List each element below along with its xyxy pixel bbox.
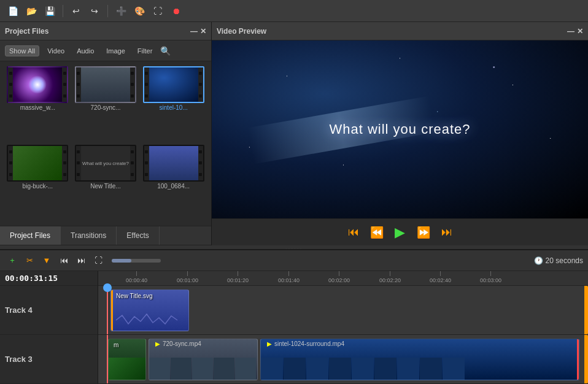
add-track-button[interactable]: + xyxy=(5,253,20,268)
timeline-ruler: 00:00:40 00:01:00 00:01:20 00:01:40 00:0… xyxy=(98,271,588,286)
timeline-section: + ✂ ▼ ⏮ ⏭ ⛶ 🕐 20 seconds 00:00:31:15 Tra… xyxy=(0,249,588,384)
timeline-duration: 🕐 20 seconds xyxy=(534,256,583,265)
ruler-mark-2min40: 00:02:40 xyxy=(430,271,451,283)
filter-image[interactable]: Image xyxy=(102,45,130,56)
track-3-row: m ▶ 720-sync.mp4 xyxy=(98,335,588,384)
marker-button[interactable]: ▼ xyxy=(39,253,54,268)
undo-button[interactable]: ↩ xyxy=(68,3,84,19)
zoom-bar[interactable] xyxy=(112,259,161,263)
ruler-mark-1min: 00:01:00 xyxy=(177,271,198,283)
preview-title: Video Preview xyxy=(217,27,266,36)
waveform-svg xyxy=(116,313,184,328)
jump-start-button[interactable]: ⏮ xyxy=(56,253,71,268)
redo-button[interactable]: ↪ xyxy=(87,3,103,19)
clip-title-label: New Title.svg xyxy=(114,291,186,301)
thumb-label-bigbuck: big-buck-... xyxy=(23,183,53,190)
filter-filter[interactable]: Filter xyxy=(133,45,157,56)
fullscreen-button[interactable]: ⛶ xyxy=(150,3,166,19)
playhead-track3 xyxy=(107,335,108,383)
toolbar-sep-2 xyxy=(107,5,108,17)
thumb-720[interactable]: 720-sync... xyxy=(73,66,139,142)
timeline-tracks-area: 00:00:40 00:01:00 00:01:20 00:01:40 00:0… xyxy=(98,271,588,384)
preview-minimize-icon[interactable]: — xyxy=(567,27,574,36)
rewind-button[interactable]: ⏪ xyxy=(368,223,386,242)
snap-button[interactable]: ⛶ xyxy=(91,253,106,268)
clip-sintel[interactable]: ▶ sintel-1024-surround.mp4 xyxy=(260,339,579,380)
thumb-img-bigbuck xyxy=(7,145,68,182)
thumb-img-100 xyxy=(143,145,204,182)
record-button[interactable]: ⏺ xyxy=(168,3,184,19)
filter-search-icon[interactable]: 🔍 xyxy=(160,46,171,56)
preview-text: What will you create? xyxy=(329,121,470,137)
clip-start-marker xyxy=(111,290,113,331)
tab-project-files[interactable]: Project Files xyxy=(0,226,61,245)
video-preview: What will you create? xyxy=(212,40,588,218)
clip-bigbuck[interactable]: m xyxy=(108,339,146,380)
thumb-label-sintel: sintel-10... xyxy=(160,104,188,111)
ruler-mark-1min20: 00:01:20 xyxy=(227,271,249,283)
thumb-img-720 xyxy=(75,66,136,103)
theme-button[interactable]: 🎨 xyxy=(131,3,147,19)
ruler-mark-3min: 00:03:00 xyxy=(480,271,501,283)
import-button[interactable]: ➕ xyxy=(113,3,129,19)
project-files-title: Project Files xyxy=(5,27,48,36)
toolbar-sep-1 xyxy=(63,5,63,17)
playhead-head xyxy=(103,283,112,292)
timecode: 00:00:31:15 xyxy=(0,271,98,285)
thumb-label-massive: massive_w... xyxy=(20,104,55,111)
thumb-img-massive xyxy=(7,66,68,103)
ruler-mark-40s: 00:00:40 xyxy=(126,271,147,283)
thumb-newtitle[interactable]: What will you create? New Title... xyxy=(73,145,139,221)
clock-icon: 🕐 xyxy=(534,256,543,265)
minimize-icon[interactable]: — xyxy=(190,27,198,36)
new-button[interactable]: 📄 xyxy=(5,3,21,19)
project-files-header: Project Files — ✕ xyxy=(0,22,211,40)
main-toolbar: 📄 📂 💾 ↩ ↪ ➕ 🎨 ⛶ ⏺ xyxy=(0,0,588,22)
jump-to-start-button[interactable]: ⏮ xyxy=(344,223,363,242)
razor-button[interactable]: ✂ xyxy=(22,253,37,268)
jump-to-end-button[interactable]: ⏭ xyxy=(438,223,456,242)
filter-audio[interactable]: Audio xyxy=(72,45,98,56)
play-button[interactable]: ▶ xyxy=(391,223,409,242)
left-panel: Project Files — ✕ Show All Video Audio I… xyxy=(0,22,212,245)
thumb-massive[interactable]: massive_w... xyxy=(5,66,71,142)
clip-new-title[interactable]: New Title.svg xyxy=(110,290,189,331)
thumbnails-grid: massive_w... 720-sync... sintel-10... xyxy=(0,61,211,226)
thumb-img-sintel xyxy=(143,66,204,103)
clip-sintel-label: sintel-1024-surround.mp4 xyxy=(274,340,344,347)
ruler-mark-2min20: 00:02:20 xyxy=(379,271,401,283)
clip-720[interactable]: ▶ 720-sync.mp4 xyxy=(149,339,258,380)
timeline-content: 00:00:31:15 Track 4 Track 3 00:00:40 00:… xyxy=(0,271,588,384)
filter-show-all[interactable]: Show All xyxy=(5,45,39,56)
thumb-label-newtitle: New Title... xyxy=(90,183,120,190)
sintel-end-marker xyxy=(577,339,579,380)
duration-label: 20 seconds xyxy=(546,256,583,265)
header-icons: — ✕ xyxy=(190,27,206,36)
jump-end-button[interactable]: ⏭ xyxy=(74,253,88,268)
track-4-row: New Title.svg xyxy=(98,286,588,335)
close-icon[interactable]: ✕ xyxy=(200,27,206,36)
thumb-100[interactable]: 100_0684... xyxy=(141,145,206,221)
preview-close-icon[interactable]: ✕ xyxy=(577,27,583,36)
main-area: Project Files — ✕ Show All Video Audio I… xyxy=(0,22,588,245)
thumb-bigbuck[interactable]: big-buck-... xyxy=(5,145,71,221)
zoom-fill xyxy=(112,259,131,263)
tab-transitions[interactable]: Transitions xyxy=(61,226,117,245)
timeline-toolbar: + ✂ ▼ ⏮ ⏭ ⛶ 🕐 20 seconds xyxy=(0,250,588,271)
fast-forward-button[interactable]: ⏩ xyxy=(414,223,433,242)
playhead xyxy=(107,286,108,334)
filter-bar: Show All Video Audio Image Filter 🔍 xyxy=(0,40,211,61)
clip-bigbuck-label: m xyxy=(111,340,143,350)
thumb-img-newtitle: What will you create? xyxy=(75,145,136,182)
playback-controls: ⏮ ⏪ ▶ ⏩ ⏭ xyxy=(212,218,588,245)
open-button[interactable]: 📂 xyxy=(23,3,39,19)
track3-end-marker xyxy=(584,335,588,383)
tab-effects[interactable]: Effects xyxy=(117,226,159,245)
ruler-mark-2min: 00:02:00 xyxy=(328,271,350,283)
thumb-label-100: 100_0684... xyxy=(157,183,190,190)
ruler-mark-1min40: 00:01:40 xyxy=(278,271,300,283)
thumb-sintel[interactable]: sintel-10... xyxy=(141,66,206,142)
filter-video[interactable]: Video xyxy=(43,45,69,56)
save-button[interactable]: 💾 xyxy=(42,3,58,19)
preview-header: Video Preview — ✕ xyxy=(212,22,588,40)
